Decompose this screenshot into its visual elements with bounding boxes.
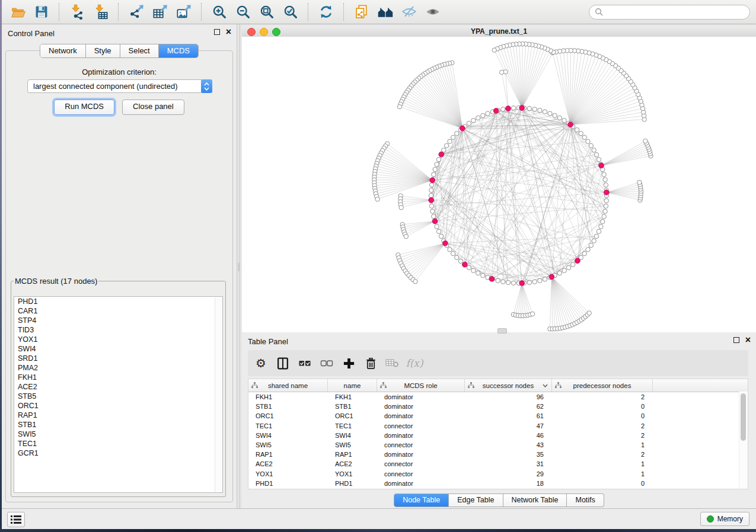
export-table-button[interactable] [150, 3, 170, 21]
zoom-fit-button[interactable] [257, 3, 276, 21]
mcds-hub-node[interactable] [604, 190, 610, 196]
network-node[interactable] [582, 135, 586, 139]
network-node[interactable] [458, 259, 462, 263]
network-node[interactable] [592, 239, 596, 243]
first-neighbors-button[interactable] [375, 3, 395, 21]
close-panel-icon[interactable]: × [226, 29, 231, 35]
tab-network[interactable]: Network [40, 44, 86, 57]
network-node[interactable] [429, 188, 433, 192]
network-node[interactable] [586, 248, 590, 252]
network-node[interactable] [436, 158, 441, 162]
network-node[interactable] [562, 118, 566, 123]
mcds-hub-node[interactable] [599, 163, 604, 168]
import-network-button[interactable] [67, 3, 87, 21]
mcds-result-item[interactable]: PHD1 [14, 297, 222, 306]
function-builder-button-disabled[interactable]: f(x) [407, 356, 422, 370]
mcds-hub-node[interactable] [519, 105, 525, 111]
mcds-result-item[interactable]: STB5 [14, 392, 222, 401]
column-header-shared-name[interactable]: shared name [248, 379, 328, 392]
tab-select[interactable]: Select [120, 44, 159, 57]
network-node[interactable] [602, 214, 606, 219]
mcds-hub-node[interactable] [519, 281, 525, 286]
network-node[interactable] [451, 135, 455, 139]
network-node[interactable] [532, 107, 537, 111]
table-row[interactable]: FKH1FKH1dominator962 [248, 392, 748, 402]
network-node[interactable] [455, 132, 459, 136]
network-node[interactable] [538, 278, 542, 283]
hide-selected-button[interactable] [399, 3, 419, 21]
mcds-result-item[interactable]: STP4 [14, 316, 222, 325]
mcds-hub-node[interactable] [493, 108, 499, 114]
select-all-columns-button[interactable] [298, 356, 312, 370]
table-row[interactable]: ACE2ACE2connector311 [248, 459, 748, 469]
network-node[interactable] [586, 139, 590, 143]
network-node[interactable] [527, 106, 531, 110]
mcds-hub-node[interactable] [443, 241, 448, 246]
table-row[interactable]: YOX1YOX1connector291 [248, 469, 748, 479]
network-node[interactable] [589, 143, 593, 148]
network-node[interactable] [582, 251, 586, 255]
network-node[interactable] [594, 234, 598, 238]
float-panel-icon[interactable] [733, 337, 739, 343]
network-node[interactable] [451, 251, 455, 255]
mcds-result-item[interactable]: PMA2 [14, 363, 222, 373]
delete-column-button[interactable] [363, 356, 378, 370]
network-node[interactable] [481, 273, 485, 277]
network-node[interactable] [432, 172, 436, 177]
refresh-button[interactable] [316, 3, 336, 21]
network-node[interactable] [599, 225, 603, 229]
close-panel-icon[interactable]: × [745, 337, 751, 343]
mcds-result-item[interactable]: RAP1 [14, 411, 222, 420]
network-node[interactable] [511, 281, 515, 285]
share-network-button[interactable] [352, 3, 371, 21]
network-node[interactable] [435, 225, 439, 229]
network-node[interactable] [486, 111, 490, 116]
network-node[interactable] [476, 116, 480, 120]
network-node[interactable] [603, 209, 607, 213]
column-header-mcds-role[interactable]: MCDS role [377, 379, 465, 392]
table-row[interactable]: STB1STB1dominator620 [248, 402, 748, 411]
network-node[interactable] [575, 128, 579, 132]
network-node[interactable] [506, 280, 511, 284]
network-node[interactable] [430, 209, 435, 213]
network-node[interactable] [637, 180, 642, 184]
mcds-result-item[interactable]: YOX1 [14, 335, 222, 344]
zoom-in-button[interactable] [209, 3, 229, 21]
network-node[interactable] [467, 265, 471, 270]
network-node[interactable] [511, 106, 515, 110]
network-node[interactable] [538, 108, 542, 113]
network-node[interactable] [492, 48, 496, 52]
network-node[interactable] [501, 280, 505, 284]
table-row[interactable]: SWI4SWI4dominator462 [248, 431, 748, 440]
maximize-window-icon[interactable] [272, 28, 280, 36]
unselect-all-columns-button[interactable] [320, 356, 334, 370]
export-network-button[interactable] [126, 3, 146, 21]
mcds-result-item[interactable]: GCR1 [14, 448, 222, 458]
network-node[interactable] [594, 153, 598, 157]
search-input[interactable] [606, 7, 744, 17]
save-session-button[interactable] [31, 3, 51, 21]
mcds-hub-node[interactable] [489, 277, 495, 282]
network-node[interactable] [429, 183, 433, 187]
mcds-hub-node[interactable] [432, 219, 438, 224]
network-node[interactable] [604, 198, 608, 203]
mcds-result-item[interactable]: SWI5 [14, 430, 222, 439]
mcds-hub-node[interactable] [430, 178, 435, 183]
network-node[interactable] [592, 148, 596, 152]
table-row[interactable]: PHD1PHD1dominator180 [248, 479, 748, 488]
network-node[interactable] [589, 243, 593, 247]
zoom-out-button[interactable] [233, 3, 253, 21]
network-node[interactable] [543, 277, 547, 281]
mcds-result-item[interactable]: CAR1 [14, 306, 222, 316]
network-node[interactable] [543, 110, 547, 114]
mcds-result-item[interactable]: SRD1 [14, 354, 222, 363]
network-node[interactable] [429, 193, 433, 197]
column-header-predecessor-nodes[interactable]: predecessor nodes [552, 379, 653, 392]
table-row[interactable]: SWI5SWI5connector431 [248, 440, 748, 450]
network-node[interactable] [397, 105, 401, 109]
network-node[interactable] [471, 268, 476, 273]
task-history-button[interactable] [7, 512, 25, 527]
network-node[interactable] [602, 172, 606, 177]
tab-mcds[interactable]: MCDS [159, 44, 198, 57]
table-scrollbar[interactable] [739, 392, 748, 489]
